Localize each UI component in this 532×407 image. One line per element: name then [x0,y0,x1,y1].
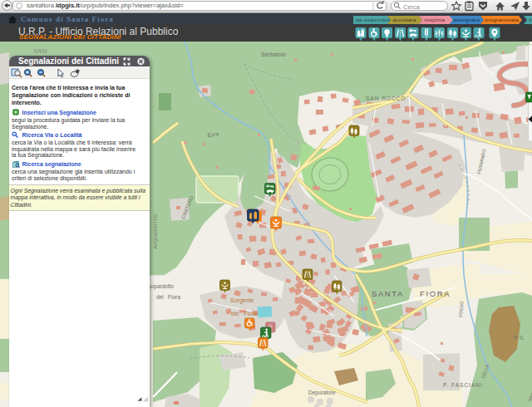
svg-text:FIORA: FIORA [420,289,451,298]
svg-text:accettata: accettata [393,17,416,22]
svg-text:respinta: respinta [425,17,446,22]
svg-text:d: d [529,17,532,22]
svg-text:P. IL: P. IL [514,335,525,341]
svg-text:del Fiora: del Fiora [231,311,257,316]
svg-text:SAN ROCCO: SAN ROCCO [366,96,406,101]
svg-text:Serbatoio: Serbatoio [261,51,286,57]
svg-text:programmata: programmata [485,17,520,22]
svg-text:assegnata: assegnata [454,17,480,22]
svg-text:Acquedotto: Acquedotto [146,283,174,290]
svg-text:del Fiora: del Fiora [156,294,180,300]
svg-text:ACQUEDOTTO: ACQUEDOTTO [153,213,158,249]
svg-text:P. FASCIANI: P. FASCIANI [443,382,483,388]
svg-text:SANTA: SANTA [372,289,404,298]
svg-text:da esaminare: da esaminare [356,17,391,22]
svg-text:Depuratore: Depuratore [308,390,336,396]
svg-text:Sorgente: Sorgente [230,297,254,304]
svg-text:SAN: SAN [33,47,47,55]
